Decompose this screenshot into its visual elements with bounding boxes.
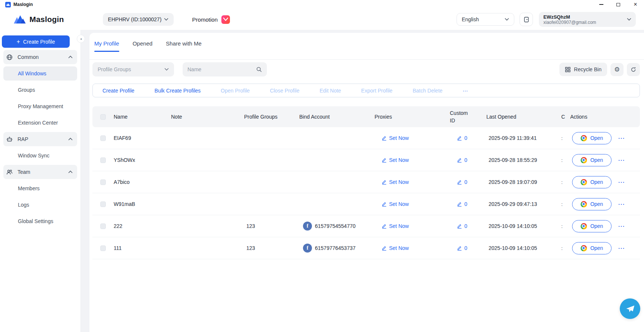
row-more-button[interactable]: ··· — [618, 179, 625, 185]
language-selector[interactable]: English — [457, 13, 514, 26]
table-row: 111 123 f 61579776453737 Set Now 0 2025-… — [92, 237, 640, 259]
action-bulk-create-profiles[interactable]: Bulk Create Profiles — [155, 88, 201, 94]
select-all-checkbox[interactable] — [100, 114, 106, 120]
row-checkbox[interactable] — [100, 245, 106, 251]
row-more-button[interactable]: ··· — [618, 135, 625, 141]
sidebar-item-all-windows[interactable]: All Windows — [3, 66, 77, 81]
row-checkbox[interactable] — [100, 157, 106, 163]
table-row: EIAF69 f Set Now 0 2025-09-29 11:39:41 :… — [92, 127, 640, 149]
row-more-button[interactable]: ··· — [618, 245, 625, 251]
profile-groups-value: 123 — [240, 245, 295, 251]
sidebar-item-logs[interactable]: Logs — [3, 198, 77, 212]
sidebar-item-window-sync[interactable]: Window Sync — [3, 148, 77, 163]
close-button[interactable]: × — [627, 0, 644, 9]
row-checkbox[interactable] — [100, 223, 106, 229]
action-edit-note[interactable]: Edit Note — [320, 88, 341, 94]
sidebar-item-members[interactable]: Members — [3, 181, 77, 195]
set-proxy-link[interactable]: Set Now — [382, 179, 409, 185]
workspace-selector-value: EHPHRV (ID:1000027) — [108, 16, 162, 22]
action-export-profile[interactable]: Export Profile — [361, 88, 392, 94]
facebook-icon: f — [303, 244, 312, 253]
promotion-link[interactable]: Promotion — [192, 15, 230, 24]
sidebar-item-extension-center[interactable]: Extension Center — [3, 116, 77, 130]
set-proxy-link[interactable]: Set Now — [382, 201, 409, 207]
open-profile-button[interactable]: Open — [572, 176, 612, 188]
chrome-icon — [581, 223, 587, 229]
set-now-label: Set Now — [389, 201, 409, 207]
column-header-name: Name — [110, 114, 167, 120]
set-now-label: Set Now — [389, 223, 409, 229]
app-icon — [5, 2, 11, 7]
maximize-button[interactable] — [610, 0, 627, 9]
edit-pencil-icon — [382, 135, 387, 141]
recycle-bin-button[interactable]: Recycle Bin — [559, 63, 607, 76]
custom-id-edit[interactable]: 0 — [457, 222, 467, 230]
custom-id-value: 0 — [464, 178, 467, 186]
column-header-created-truncated: C — [557, 114, 566, 120]
action-close-profile[interactable]: Close Profile — [270, 88, 299, 94]
telegram-support-button[interactable] — [620, 298, 640, 319]
sidebar-item-groups[interactable]: Groups — [3, 83, 77, 97]
edit-pencil-icon — [457, 179, 462, 185]
custom-id-edit[interactable]: 0 — [457, 156, 467, 164]
action-more[interactable]: ··· — [463, 88, 468, 94]
tab-opened[interactable]: Opened — [133, 40, 152, 52]
row-more-button[interactable]: ··· — [618, 223, 625, 229]
table-settings-button[interactable]: ⚙ — [610, 63, 624, 76]
sidebar-collapse-button[interactable]: ◂ — [77, 35, 85, 43]
filter-row: Profile Groups Recycle Bin ⚙ — [92, 62, 640, 76]
action-create-profile[interactable]: Create Profile — [102, 88, 135, 94]
custom-id-edit[interactable]: 0 — [457, 178, 467, 186]
tab-share-with-me[interactable]: Share with Me — [166, 40, 202, 52]
tab-my-profile[interactable]: My Profile — [94, 40, 119, 52]
sidebar-section-common[interactable]: Common — [3, 50, 77, 64]
action-open-profile[interactable]: Open Profile — [221, 88, 250, 94]
table-row: YShOWx f Set Now 0 2025-09-28 18:55:29 :… — [92, 149, 640, 171]
last-opened-value: 2025-09-29 09:47:13 — [482, 201, 557, 207]
create-profile-button[interactable]: + Create Profile — [2, 35, 70, 48]
search-icon[interactable] — [256, 66, 262, 72]
minimize-button[interactable] — [593, 0, 610, 9]
profile-name: A7bico — [110, 179, 167, 185]
set-proxy-link[interactable]: Set Now — [382, 157, 409, 163]
last-opened-value: 2025-10-09 14:10:05 — [482, 245, 557, 251]
set-proxy-link[interactable]: Set Now — [382, 223, 409, 229]
workspace-selector[interactable]: EHPHRV (ID:1000027) — [103, 13, 174, 26]
custom-id-edit[interactable]: 0 — [457, 200, 467, 208]
user-account-menu[interactable]: EWzSQhzM xiaofei020907@gmail.com — [539, 12, 636, 27]
row-checkbox[interactable] — [100, 135, 106, 141]
row-more-button[interactable]: ··· — [618, 157, 625, 163]
column-header-custom-id: Custom ID — [446, 109, 482, 125]
open-profile-button[interactable]: Open — [572, 220, 612, 232]
custom-id-edit[interactable]: 0 — [457, 134, 467, 142]
open-profile-button[interactable]: Open — [572, 242, 612, 254]
custom-id-edit[interactable]: 0 — [457, 244, 467, 252]
edit-pencil-icon — [382, 157, 387, 163]
open-profile-button[interactable]: Open — [572, 154, 612, 166]
open-profile-button[interactable]: Open — [572, 198, 612, 210]
refresh-button[interactable] — [627, 63, 640, 76]
sidebar-item-proxy-management[interactable]: Proxy Management — [3, 99, 77, 113]
profile-name: EIAF69 — [110, 135, 167, 141]
docs-button[interactable] — [520, 13, 533, 26]
set-proxy-link[interactable]: Set Now — [382, 245, 409, 251]
chrome-icon — [581, 135, 587, 141]
gear-icon: ⚙ — [614, 66, 620, 73]
sidebar-section-team[interactable]: Team — [3, 165, 77, 179]
app-window: Maslogin × Maslogin EHPHRV (ID:1000027) … — [0, 0, 644, 332]
row-more-button[interactable]: ··· — [618, 201, 625, 207]
row-checkbox[interactable] — [100, 179, 106, 185]
open-profile-button[interactable]: Open — [572, 132, 612, 144]
sidebar-section-rap[interactable]: RAP — [3, 132, 77, 146]
bind-account-cell: f 61579776453737 — [295, 244, 370, 253]
name-search-input[interactable] — [187, 66, 256, 72]
open-button-label: Open — [590, 245, 603, 251]
sidebar-item-global-settings[interactable]: Global Settings — [3, 214, 77, 228]
name-search — [183, 62, 267, 76]
gift-icon — [221, 15, 230, 24]
created-truncated-value: : — [561, 157, 563, 163]
row-checkbox[interactable] — [100, 201, 106, 207]
action-batch-delete[interactable]: Batch Delete — [413, 88, 442, 94]
set-proxy-link[interactable]: Set Now — [382, 135, 409, 141]
profile-groups-select[interactable]: Profile Groups — [92, 62, 174, 76]
